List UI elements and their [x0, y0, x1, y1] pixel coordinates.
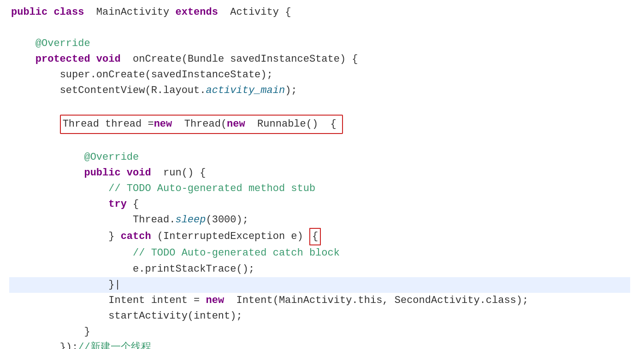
code-line-highlighted: }| [9, 277, 630, 293]
code-line [9, 134, 630, 150]
code-line-thread-box: Thread thread =new Thread(new Runnable()… [9, 115, 630, 134]
code-line: // TODO Auto-generated catch block [9, 245, 630, 261]
code-line: e.printStackTrace(); [9, 262, 630, 277]
code-line: // TODO Auto-generated method stub [9, 181, 630, 197]
code-line: try { [9, 197, 630, 212]
code-line: });//新建一个线程 [9, 340, 630, 349]
code-line: super.onCreate(savedInstanceState); [9, 67, 630, 83]
code-line: startActivity(intent); [9, 308, 630, 324]
code-line: public void run() { [9, 165, 630, 181]
code-line: public class MainActivity extends Activi… [9, 5, 630, 20]
code-line: @Override [9, 150, 630, 165]
code-line: @Override [9, 36, 630, 52]
code-line-catch: } catch (InterruptedException e) { [9, 228, 630, 245]
code-line: Thread.sleep(3000); [9, 212, 630, 228]
code-line [9, 20, 630, 36]
code-line: protected void onCreate(Bundle savedInst… [9, 52, 630, 67]
code-line: setContentView(R.layout.activity_main); [9, 83, 630, 99]
code-line [9, 99, 630, 115]
code-area: public class MainActivity extends Activi… [0, 0, 644, 349]
code-line: } [9, 324, 630, 340]
code-line: Intent intent = new Intent(MainActivity.… [9, 293, 630, 308]
